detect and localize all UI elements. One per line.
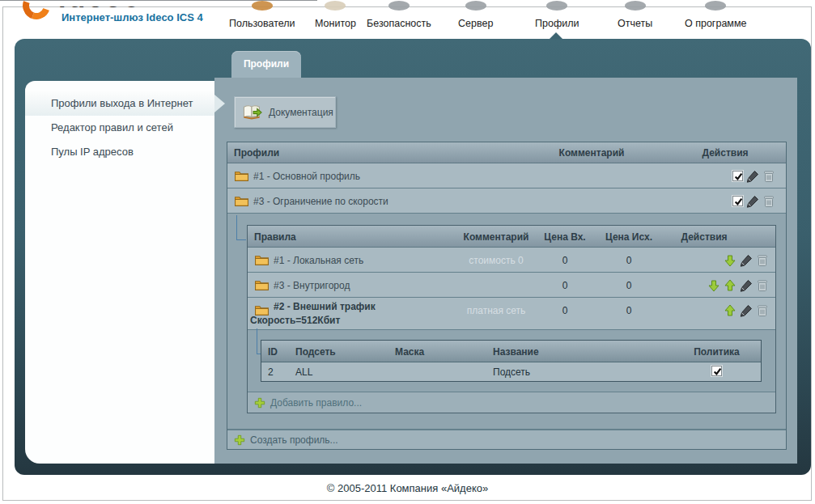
profile-row-1[interactable]: #1 - Основной профиль — [227, 163, 786, 188]
reports-icon — [625, 1, 646, 11]
rule-name: #3 - Внутригород — [274, 280, 350, 291]
header-actions: Действия — [685, 147, 766, 159]
header-id: ID — [268, 346, 278, 358]
header-profiles: Профили — [234, 147, 279, 159]
documentation-label: Документация — [269, 107, 333, 118]
sidebar: Профили выхода в Интернет Редактор прави… — [25, 81, 214, 464]
rule-price-out: 0 — [588, 280, 669, 291]
profiles-icon — [546, 1, 567, 11]
nav-item-users[interactable]: Пользователи — [229, 18, 295, 31]
subnet-row[interactable]: 2 ALL Подсеть — [261, 362, 761, 381]
rules-table-header: Правила Комментарий Цена Вх. Цена Исх. Д… — [248, 226, 775, 248]
move-up-icon[interactable] — [724, 304, 736, 317]
folder-icon — [255, 254, 269, 265]
profile-name: #3 - Ограничение по скорости — [253, 196, 388, 207]
sidebar-item-internet-profiles[interactable]: Профили выхода в Интернет — [25, 91, 214, 116]
profile-enabled-checkbox[interactable] — [732, 196, 743, 206]
rule-speed-limit: Скорость=512Кбит — [250, 315, 340, 326]
rule-row-3[interactable]: #3 - Внутригород 0 0 — [248, 273, 775, 298]
sidebar-item-ip-pools[interactable]: Пулы IP адресов — [25, 140, 214, 164]
rule-expanded-area: ID Подсеть Маска Название Политика 2 ALL — [248, 330, 775, 392]
create-profile-label: Создать профиль... — [250, 434, 338, 446]
documentation-button[interactable]: Документация — [234, 96, 336, 128]
subnet-name: Подсеть — [493, 366, 530, 378]
move-down-icon[interactable] — [707, 279, 720, 292]
plus-icon — [234, 434, 245, 446]
server-icon — [465, 1, 486, 11]
check-icon — [734, 172, 743, 181]
profile-name: #1 - Основной профиль — [253, 171, 360, 182]
check-icon — [734, 197, 743, 206]
plus-icon — [254, 397, 265, 409]
header-subnet: Подсеть — [295, 346, 336, 358]
delete-icon[interactable] — [756, 304, 769, 317]
rule-row-1[interactable]: #1 - Локальная сеть стоимость 0 0 0 — [248, 248, 775, 273]
edit-icon[interactable] — [746, 170, 759, 183]
add-rule-label: Добавить правило... — [270, 397, 362, 409]
create-profile-button[interactable]: Создать профиль... — [227, 430, 786, 449]
policy-checkbox[interactable] — [711, 366, 722, 376]
rules-table: Правила Комментарий Цена Вх. Цена Исх. Д… — [247, 225, 776, 413]
folder-icon — [235, 195, 248, 206]
book-icon — [242, 104, 263, 120]
rule-name: #1 - Локальная сеть — [274, 255, 363, 266]
profiles-table-header: Профили Комментарий Действия — [227, 142, 786, 163]
tab-profiles[interactable]: Профили — [231, 51, 301, 78]
product-subtitle: Интернет-шлюз Ideco ICS 4 — [62, 11, 203, 23]
footer-copyright: © 2005-2011 Компания «Айдеко» — [0, 482, 815, 494]
nav-item-server[interactable]: Сервер — [458, 18, 493, 31]
subnets-table-header: ID Подсеть Маска Название Политика — [261, 341, 761, 362]
nav-item-profiles[interactable]: Профили — [535, 18, 579, 31]
security-icon — [388, 1, 410, 11]
rule-price-out: 0 — [588, 305, 669, 316]
ideco-admin-page: Ideco Интернет-шлюз Ideco ICS 4 Пользова… — [0, 0, 815, 504]
header-comment: Комментарий — [535, 147, 648, 159]
nav-item-monitor[interactable]: Монитор — [315, 18, 356, 31]
check-icon — [713, 367, 722, 376]
about-icon — [705, 1, 726, 11]
users-icon — [252, 1, 273, 11]
edit-icon[interactable] — [746, 195, 759, 208]
folder-icon — [235, 170, 248, 181]
folder-icon — [255, 279, 269, 290]
subnets-table: ID Подсеть Маска Название Политика 2 ALL — [261, 340, 762, 382]
rule-row-2[interactable]: #2 - Внешний трафик Скорость=512Кбит пла… — [248, 298, 775, 330]
header-actions: Действия — [664, 231, 745, 243]
nav-item-reports[interactable]: Отчеты — [618, 18, 652, 31]
profiles-table: Профили Комментарий Действия #1 - Основн… — [227, 142, 787, 450]
rule-name: #2 - Внешний трафик — [274, 301, 376, 312]
content-area: Документация Профили Комментарий Действи… — [214, 78, 797, 464]
folder-icon — [255, 304, 269, 316]
delete-icon[interactable] — [762, 170, 775, 183]
header-name: Название — [493, 346, 539, 358]
profile-enabled-checkbox[interactable] — [732, 171, 743, 181]
tree-connector-line — [236, 215, 246, 240]
sidebar-item-rules-editor[interactable]: Редактор правил и сетей — [25, 116, 214, 140]
edit-icon[interactable] — [740, 304, 753, 317]
profile-row-3[interactable]: #3 - Ограничение по скорости — [227, 188, 786, 214]
header-rules: Правила — [254, 231, 296, 243]
header-mask: Маска — [395, 346, 424, 358]
rule-price-out: 0 — [588, 255, 669, 266]
edit-icon[interactable] — [740, 279, 753, 292]
subnet-id: 2 — [268, 366, 274, 378]
active-nav-pointer-icon — [550, 32, 562, 39]
move-down-icon[interactable] — [724, 254, 736, 267]
delete-icon[interactable] — [756, 279, 769, 292]
nav-item-security[interactable]: Безопасность — [367, 18, 431, 31]
subnet-value: ALL — [295, 366, 312, 378]
add-rule-button[interactable]: Добавить правило... — [248, 392, 775, 413]
header-price-out: Цена Исх. — [588, 231, 669, 243]
edit-icon[interactable] — [740, 254, 753, 267]
profile-expanded-area: Правила Комментарий Цена Вх. Цена Исх. Д… — [227, 214, 786, 430]
monitor-icon — [325, 1, 346, 11]
nav-item-about[interactable]: О программе — [685, 18, 746, 31]
move-up-icon[interactable] — [724, 279, 736, 292]
header-policy: Политика — [678, 346, 755, 358]
delete-icon[interactable] — [762, 195, 775, 208]
delete-icon[interactable] — [756, 254, 769, 267]
